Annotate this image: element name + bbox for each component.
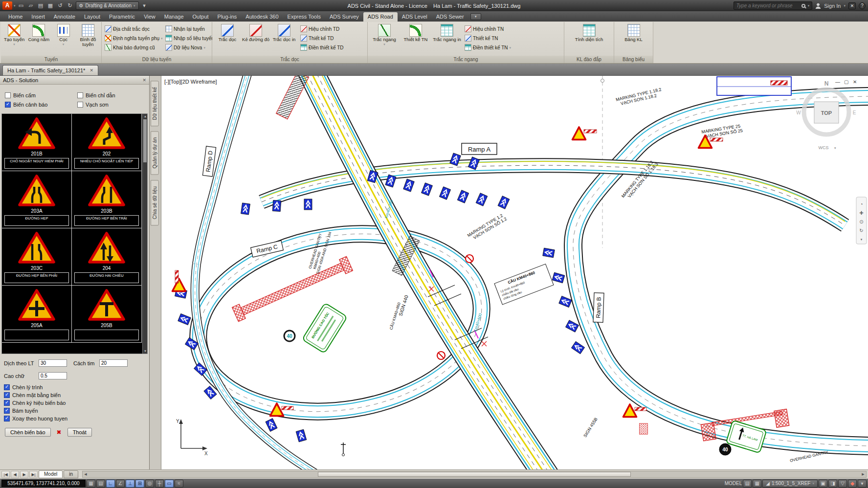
tab-plugins[interactable]: Plug-ins [213,12,242,22]
option-xoay-theo-huong-tuyen[interactable]: Xoay theo huong tuyen [4,416,145,421]
scrollbar-thumb[interactable] [143,119,147,162]
last-layout-icon[interactable]: ▶| [29,471,38,478]
checkbox-icon[interactable] [5,92,11,98]
tab-ads-survey[interactable]: ADS Survey [325,12,363,22]
trac-doc-in-button[interactable]: Trắc dọc in [270,23,298,55]
nhap-so-lieu-tuyen-button[interactable]: Nhập số liệu tuyến [164,34,213,43]
checkbox-icon[interactable] [5,102,11,108]
help-icon[interactable]: ? [859,2,866,9]
redo-icon[interactable]: ↻ [66,2,74,10]
minimize-icon[interactable]: — [835,79,840,85]
drawing-canvas[interactable]: ĐƯỜNG CAO TỐC TT. HÀ LAM 40 40 [161,76,868,469]
pan-icon[interactable]: ✚ [859,210,863,216]
close-icon[interactable]: ✕ [89,68,93,73]
compass-north[interactable]: N [824,80,829,87]
filter-bien-canh-bao[interactable]: Biển cảnh báo [5,102,77,108]
checkbox-icon[interactable] [77,102,83,108]
tab-ads-level[interactable]: ADS Level [398,12,432,22]
palette-close-icon[interactable]: ✕ [142,78,146,83]
coc-button[interactable]: Cọc ▾ [52,23,75,55]
steering-wheel-icon[interactable]: ◔ [860,201,863,207]
drawing-quickview-icon[interactable]: ▦ [753,480,761,488]
first-layout-icon[interactable]: |◀ [1,471,10,478]
compass-east[interactable]: E [853,110,856,115]
undo-icon[interactable]: ↺ [56,2,65,10]
thiet-ke-tn-button[interactable]: Thiết kế TN [463,34,532,43]
sign-in-chevron-icon[interactable]: ▾ [844,4,846,7]
ribbon-minimize-icon[interactable]: ▾ [470,13,481,20]
tab-output[interactable]: Output [188,12,213,22]
status-tray-menu-icon[interactable]: ▾ [858,480,867,488]
du-lieu-nova-button[interactable]: Dữ liệu Nova▾ [164,43,213,52]
checkbox-icon[interactable] [77,92,83,98]
scroll-right-icon[interactable]: ▶ [860,471,866,477]
dia-chat-trac-doc-button[interactable]: Địa chất trắc dọc [103,24,163,33]
tab-manage[interactable]: Manage [160,12,188,22]
prev-layout-icon[interactable]: ◀ [11,471,19,478]
thiet-ke-td-button[interactable]: Thiết kế TD [299,34,363,43]
tab-layout[interactable]: Layout [80,12,105,22]
option-bam-tuyen[interactable]: Bám tuyến [4,408,145,414]
workspace-switching-icon[interactable]: ▽ [838,480,847,488]
dien-thiet-ke-td-button[interactable]: Điền thiết kế TD [299,43,363,52]
thiet-ke-tn-big-button[interactable]: Thiết kế TN [401,23,431,55]
otrack-toggle[interactable]: ◎ [145,480,154,488]
tab-home[interactable]: Home [4,12,27,22]
layout-tab[interactable]: in [64,470,78,478]
checkbox-icon[interactable] [4,416,10,421]
ke-duong-do-button[interactable]: Kẻ đường đỏ [242,23,269,55]
tab-insert[interactable]: Insert [27,12,49,22]
panel-label-trac-ngang[interactable]: Trắc ngang [368,56,564,63]
trac-ngang-button[interactable]: Trắc ngang ▾ [369,23,400,55]
option-chen-ly-trinh[interactable]: Chèn lý trình [4,384,145,390]
sign-panel-scrollbar[interactable]: ▲ ▼ [142,114,147,354]
horizontal-scrollbar[interactable]: ◀ ▶ [82,471,867,478]
help-search-box[interactable]: ▾ [734,1,813,10]
workspace-switcher[interactable]: ⚙ Drafting & Annotation ▾ [76,1,139,10]
restore-icon[interactable]: ▢ [844,79,848,85]
panel-label-tuyen[interactable]: Tuyến [1,56,101,63]
sign-tile-203c[interactable]: 203C ĐƯỜNG HẸP BÊN PHẢI [2,228,72,286]
orbit-icon[interactable]: ↻ [859,228,863,233]
tab-express-tools[interactable]: Express Tools [283,12,325,22]
new-file-icon[interactable]: ▭ [17,2,25,10]
document-tab[interactable]: Ha Lam - Traffic Safety_130121* ✕ [2,65,98,75]
app-logo-icon[interactable]: A [2,1,12,10]
panel-label-du-lieu-tuyen[interactable]: Dữ liệu tuyến [102,56,212,63]
viewcube-top-face[interactable]: TOP [821,110,832,116]
panel-label-trac-doc[interactable]: Trắc dọc [212,56,367,63]
dynamic-ucs-toggle[interactable]: ┼ [155,480,164,488]
snap-toggle[interactable]: ▤ [96,480,105,488]
delete-icon[interactable]: ✖ [57,429,62,436]
compass-west[interactable]: W [796,110,801,115]
osnap-toggle[interactable]: ⊞ [135,480,144,488]
tinh-dien-tich-button[interactable]: Tính diện tích [572,23,606,55]
panel-label-kl-dao-dap[interactable]: KL đào đắp [564,56,614,63]
wcs-menu[interactable]: WCS [819,145,829,150]
model-tab[interactable]: Model [39,470,63,478]
checkbox-icon[interactable] [4,400,10,406]
dich-theo-lt-input[interactable] [39,359,67,367]
dynamic-input-toggle[interactable]: ▭ [165,480,174,488]
scroll-up-icon[interactable]: ▲ [143,114,148,119]
performance-icon[interactable]: ◆ [848,480,857,488]
sign-tile-201b[interactable]: 201B CHỖ NGOẶT NGUY HIỂM PHÁI [2,114,72,171]
sign-tile-204[interactable]: 204 ĐƯỜNG HAI CHIỀU [72,228,142,286]
filter-bien-cam[interactable]: Biển cấm [5,92,77,98]
trac-ngang-in-button[interactable]: Trắc ngang in [432,23,462,55]
search-input[interactable] [736,3,799,8]
trac-doc-button[interactable]: Trắc dọc [214,23,241,55]
sign-tile-202[interactable]: 202 NHIỀU CHỖ NGOẶT LIÊN TIẾP [72,114,142,171]
cao-chu-input[interactable] [39,372,67,379]
tab-ads-road[interactable]: ADS Road [363,12,398,22]
thoat-button[interactable]: Thoát [67,428,92,437]
filter-bien-chi-dan[interactable]: Biển chỉ dẫn [77,92,144,98]
navigation-bar[interactable]: ◔ ✚ ⊙ ↻ ▾ [856,197,867,244]
filter-vach-son[interactable]: Vạch sơn [77,102,144,108]
sign-tile-203a[interactable]: 203A ĐƯỜNG HẸP [2,171,72,228]
chen-bien-bao-button[interactable]: Chèn biển báo [5,428,51,437]
side-tab-quan-ly-du-an[interactable]: Quản lý dự án [151,131,159,175]
polar-toggle[interactable]: ⊥ [126,480,134,488]
tab-autodesk360[interactable]: Autodesk 360 [241,12,283,22]
annotation-scale-combo[interactable]: ◢ 1:500_1_5_XREF ▾ [762,480,818,488]
